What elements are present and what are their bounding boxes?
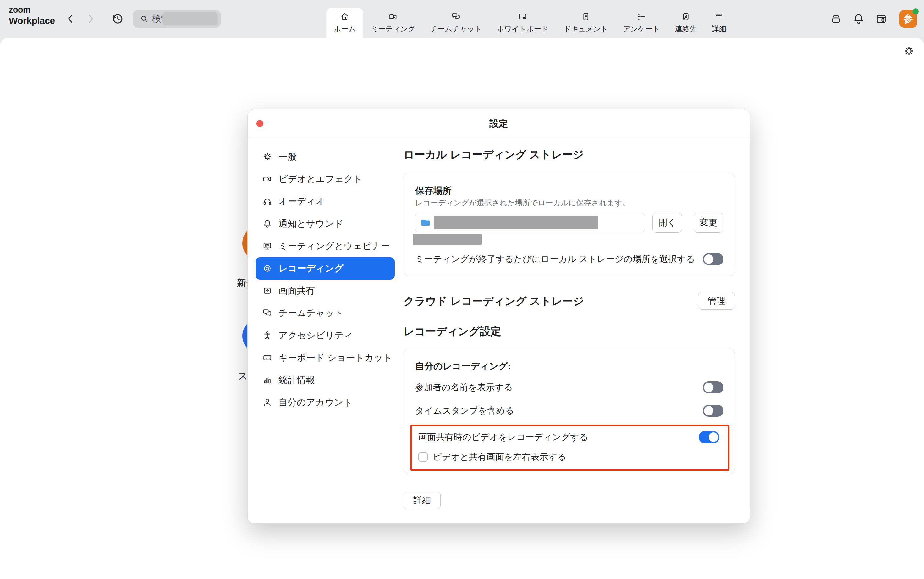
person-icon	[262, 397, 272, 407]
tab-team-chat[interactable]: チームチャット	[423, 8, 489, 38]
choose-location-label: ミーティングが終了するたびにローカル ストレージの場所を選択する	[415, 253, 695, 265]
avatar[interactable]: 参	[900, 10, 917, 28]
app-window: zoom Workplace 検索 ホーム ミーティング チームチャット	[0, 0, 924, 579]
sidebar-item-my-account[interactable]: 自分のアカウント	[256, 391, 395, 414]
keyboard-icon	[262, 353, 272, 363]
new-meeting-label-partial: 新規	[237, 277, 248, 290]
tab-label: 連絡先	[675, 24, 697, 34]
tab-surveys[interactable]: アンケート	[615, 8, 667, 38]
dialog-title: 設定	[489, 117, 508, 130]
sidebar-item-accessibility[interactable]: アクセシビリティ	[256, 324, 395, 347]
sidebar-item-label: 一般	[279, 150, 297, 163]
tab-label: アンケート	[623, 24, 660, 34]
sidebar-item-meetings-webinars[interactable]: ミーティングとウェビナー	[256, 235, 395, 257]
local-recording-heading: ローカル レコーディング ストレージ	[404, 147, 735, 161]
search-input[interactable]: 検索	[133, 10, 221, 28]
headphones-icon	[262, 196, 272, 206]
search-icon	[140, 14, 149, 24]
redacted-path-overflow	[413, 234, 482, 245]
sidebar-item-notifications[interactable]: 通知とサウンド	[256, 213, 395, 235]
settings-sidebar: 一般 ビデオとエフェクト オーディオ 通知とサウンド ミーティングとウェビナー	[248, 138, 404, 523]
sidebar-item-recording[interactable]: レコーディング	[256, 257, 395, 280]
gear-icon	[262, 152, 272, 162]
sidebar-item-label: 自分のアカウント	[279, 396, 353, 409]
zoom-workplace-logo: zoom Workplace	[9, 6, 55, 26]
sidebar-item-statistics[interactable]: 統計情報	[256, 369, 395, 391]
whiteboard-icon	[518, 12, 527, 21]
sidebar-item-keyboard-shortcuts[interactable]: キーボード ショートカット	[256, 347, 395, 369]
manage-button[interactable]: 管理	[698, 292, 735, 310]
tab-more[interactable]: 詳細	[704, 8, 734, 38]
folder-icon	[420, 217, 431, 228]
my-recordings-card: 自分のレコーディング: 参加者の名前を表示する タイムスタンプを含める 画面共有…	[404, 349, 735, 474]
presence-dot	[913, 8, 919, 15]
sidebar-item-label: ビデオとエフェクト	[279, 173, 362, 186]
record-video-during-share-toggle[interactable]	[699, 431, 719, 443]
schedule-label-partial: スケ	[238, 370, 247, 383]
more-dots-icon	[714, 12, 724, 21]
side-by-side-checkbox[interactable]	[418, 452, 428, 462]
sidebar-item-team-chat[interactable]: チームチャット	[256, 302, 395, 324]
screen-share-icon	[262, 286, 272, 296]
settings-dialog: 設定 一般 ビデオとエフェクト オーディオ 通知とサウン	[247, 109, 750, 523]
sidebar-item-audio[interactable]: オーディオ	[256, 190, 395, 213]
meetings-screen-icon	[262, 241, 272, 251]
tab-contacts[interactable]: 連絡先	[668, 8, 704, 38]
sidebar-item-label: チームチャット	[279, 307, 344, 319]
side-by-side-label: ビデオと共有画面を左右表示する	[433, 451, 566, 463]
show-participant-names-label: 参加者の名前を表示する	[415, 381, 513, 393]
bell-icon	[262, 219, 272, 229]
save-location-label: 保存場所	[415, 185, 724, 196]
tab-label: ドキュメント	[564, 24, 608, 34]
settings-gear-icon[interactable]	[903, 45, 914, 57]
team-chat-icon	[451, 12, 461, 21]
advanced-button[interactable]: 詳細	[404, 492, 441, 509]
tab-whiteboard[interactable]: ホワイトボード	[489, 8, 556, 38]
open-button[interactable]: 開く	[652, 213, 682, 233]
main-tab-bar: ホーム ミーティング チームチャット ホワイトボード ドキュメント アンケート	[326, 8, 734, 38]
save-location-description: レコーディングが選択された場所でローカルに保存されます。	[415, 198, 724, 208]
cloud-recording-heading: クラウド レコーディング ストレージ	[404, 294, 584, 308]
tab-label: チームチャット	[430, 24, 482, 34]
redacted-path	[434, 216, 598, 229]
tab-documents[interactable]: ドキュメント	[556, 8, 615, 38]
record-icon	[262, 263, 272, 273]
video-camera-icon	[262, 174, 272, 184]
back-chevron-icon[interactable]	[64, 13, 77, 25]
choose-location-toggle[interactable]	[703, 253, 724, 265]
share-to-device-icon[interactable]	[830, 13, 842, 25]
tab-label: ミーティング	[371, 24, 415, 34]
sidebar-item-general[interactable]: 一般	[256, 146, 395, 168]
recording-path-field[interactable]	[415, 213, 645, 232]
tab-home[interactable]: ホーム	[326, 8, 363, 38]
forward-chevron-icon[interactable]	[84, 13, 97, 25]
logo-line2: Workplace	[9, 16, 55, 26]
home-icon	[340, 12, 349, 21]
notifications-bell-icon[interactable]	[852, 13, 865, 25]
top-bar: zoom Workplace 検索 ホーム ミーティング チームチャット	[0, 0, 924, 38]
search-redacted-text	[163, 12, 218, 26]
team-chat-icon	[262, 308, 272, 318]
topbar-right-actions: 参	[830, 0, 917, 38]
history-icon[interactable]	[111, 12, 124, 26]
sidebar-item-label: 通知とサウンド	[279, 218, 343, 230]
tab-label: 詳細	[712, 24, 726, 34]
tab-label: ホーム	[334, 24, 356, 34]
sidebar-item-screen-share[interactable]: 画面共有	[256, 280, 395, 302]
tab-meetings[interactable]: ミーティング	[363, 8, 423, 38]
my-recordings-label: 自分のレコーディング:	[415, 360, 724, 372]
sidebar-item-label: ミーティングとウェビナー	[279, 240, 390, 252]
tab-label: ホワイトボード	[497, 24, 548, 34]
local-storage-card: 保存場所 レコーディングが選択された場所でローカルに保存されます。 開く 変更 …	[404, 173, 735, 276]
show-participant-names-toggle[interactable]	[703, 381, 724, 393]
close-button[interactable]	[256, 120, 263, 127]
sidebar-item-label: アクセシビリティ	[279, 329, 353, 342]
change-button[interactable]: 変更	[694, 213, 723, 233]
logo-line1: zoom	[9, 6, 55, 14]
sidebar-item-video-effects[interactable]: ビデオとエフェクト	[256, 168, 395, 190]
include-timestamp-toggle[interactable]	[703, 405, 724, 417]
calendar-icon[interactable]	[875, 13, 888, 25]
contacts-icon	[681, 12, 691, 21]
sidebar-item-label: レコーディング	[279, 262, 344, 275]
sidebar-item-label: 統計情報	[279, 374, 315, 386]
